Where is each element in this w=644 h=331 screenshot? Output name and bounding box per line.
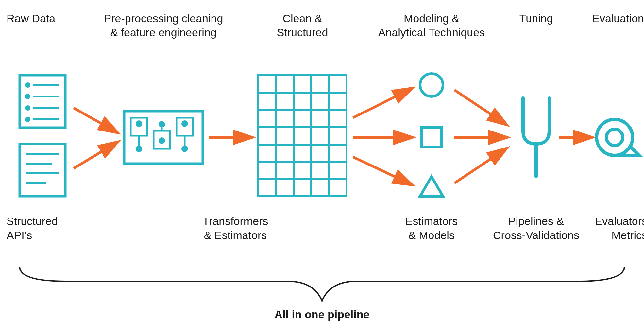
svg-point-22 (159, 121, 165, 128)
svg-point-7 (26, 118, 29, 121)
label-tuning-bot: Pipelines &Cross-Validations (481, 214, 592, 242)
structured-grid-icon (258, 75, 347, 196)
svg-point-26 (181, 120, 188, 127)
arrow-models-to-tuning (454, 90, 503, 183)
svg-point-28 (181, 146, 188, 152)
svg-point-3 (26, 95, 29, 98)
svg-point-18 (136, 120, 142, 127)
svg-point-43 (420, 74, 443, 96)
svg-line-15 (74, 144, 114, 168)
label-eval-top: Evaluation (579, 11, 644, 26)
label-preproc-top: Pre-processing cleaning& feature enginee… (85, 11, 242, 39)
svg-point-49 (597, 119, 633, 155)
svg-line-14 (74, 108, 114, 131)
curly-brace (20, 267, 624, 301)
svg-line-47 (454, 150, 503, 183)
label-raw-data-bot: StructuredAPI's (7, 214, 92, 242)
raw-data-icon (20, 75, 65, 196)
svg-rect-9 (20, 144, 65, 196)
svg-rect-44 (422, 128, 441, 147)
label-clean-top: Clean &Structured (252, 11, 353, 39)
svg-line-40 (353, 90, 409, 118)
svg-point-24 (159, 137, 165, 144)
svg-line-45 (454, 90, 503, 123)
svg-line-42 (353, 157, 409, 183)
pipeline-diagram: Raw Data Pre-processing cleaning& featur… (0, 0, 644, 331)
label-eval-bot: EvaluatorsMetrics (582, 214, 644, 242)
svg-point-20 (136, 146, 142, 152)
arrow-raw-to-preproc (74, 108, 114, 168)
label-raw-data-top: Raw Data (7, 11, 78, 26)
svg-rect-16 (124, 111, 203, 164)
svg-point-1 (26, 83, 29, 87)
label-preproc-bot: Transformers& Estimators (183, 214, 288, 242)
modeling-shapes-icon (420, 74, 443, 196)
label-modeling-bot: Estimators& Models (392, 214, 471, 242)
tuning-fork-icon (523, 98, 549, 177)
preprocessing-icon (124, 111, 203, 164)
arrow-clean-to-models (353, 90, 409, 183)
evaluation-icon (597, 119, 639, 155)
label-tuning-top: Tuning (503, 11, 569, 26)
svg-point-50 (606, 129, 623, 146)
svg-point-5 (26, 106, 29, 110)
brace-caption: All in one pipeline (0, 307, 644, 322)
label-modeling-top: Modeling &Analytical Techniques (376, 11, 487, 39)
